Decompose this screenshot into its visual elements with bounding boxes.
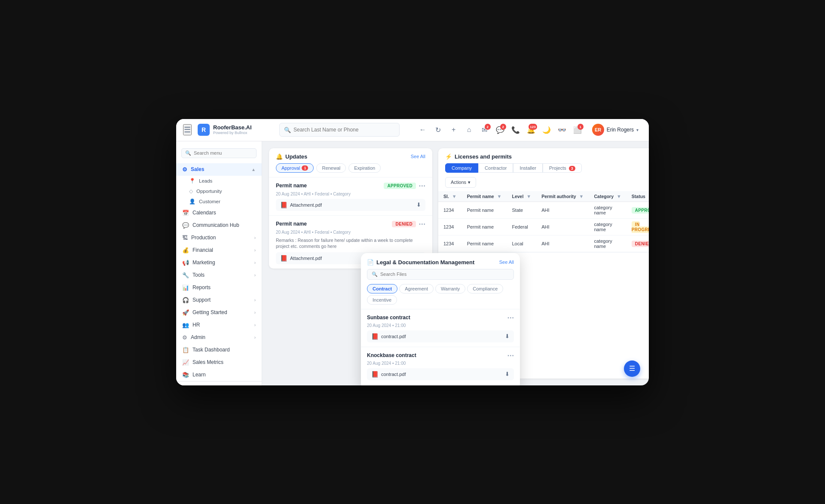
top-actions: ← ↻ + ⌂ ✉ 2 💬 2 📞 🔔 123 🌙 👓 ⬜ 1 (416, 123, 584, 137)
tab-approval[interactable]: Approval 1 (276, 163, 314, 173)
legal-search-input[interactable] (380, 272, 509, 277)
tab-compliance[interactable]: Compliance (467, 284, 503, 293)
back-button[interactable]: ← (416, 123, 430, 137)
global-search-bar[interactable]: 🔍 (279, 123, 400, 137)
search-input[interactable] (293, 127, 395, 133)
sidebar-item-reports[interactable]: 📊 Reports (176, 281, 262, 294)
sidebar-item-communication-hub[interactable]: 💬 Communication Hub (176, 219, 262, 232)
tab-contract[interactable]: Contract (367, 284, 397, 293)
permit-meta: 20 Aug 2024 • AHI • Federal • Category (276, 230, 425, 235)
sidebar-item-marketing[interactable]: 📢 Marketing › (176, 257, 262, 269)
tab-renewal[interactable]: Renewal (316, 163, 346, 173)
user-menu[interactable]: ER Erin Rogers ▾ (589, 122, 642, 137)
status-badge: DENIED (632, 241, 649, 247)
sidebar-item-hr[interactable]: 👥 HR › (176, 319, 262, 331)
legal-see-all[interactable]: See All (499, 260, 514, 265)
window-button[interactable]: ⬜ 1 (571, 123, 584, 137)
filter-icon[interactable]: ▼ (617, 194, 621, 199)
download-icon[interactable]: ⬇ (416, 202, 421, 208)
contract-menu-icon[interactable]: ⋯ (507, 351, 514, 360)
chevron-right-icon: › (254, 310, 256, 315)
tab-contractor[interactable]: Contractor (478, 163, 513, 173)
window-badge: 1 (578, 124, 584, 130)
col-permit-authority: Permit authority ▼ (536, 191, 589, 202)
sidebar-item-learn[interactable]: 📚 Learn (176, 369, 262, 381)
leads-icon: 📍 (189, 178, 196, 184)
actions-button[interactable]: Actions ▾ (445, 177, 476, 188)
sidebar-item-task-dashboard[interactable]: 📋 Task Dashboard (176, 344, 262, 356)
home-button[interactable]: ⌂ (462, 123, 476, 137)
permit-menu-icon[interactable]: ⋯ (419, 220, 425, 228)
moon-button[interactable]: 🌙 (540, 123, 553, 137)
chat-button[interactable]: 💬 2 (493, 123, 507, 137)
cell-level: Local (507, 235, 537, 252)
marketing-icon: 📢 (182, 260, 189, 266)
fab-button[interactable]: ☰ (624, 360, 640, 377)
tab-company[interactable]: Company (445, 163, 478, 173)
pdf-icon: 📕 (371, 371, 379, 378)
user-dropdown-icon: ▾ (636, 128, 639, 132)
sidebar-item-calendars[interactable]: 📅 Calendars (176, 207, 262, 219)
cell-authority: AHI (536, 218, 589, 235)
licenses-tabs: Company Contractor Installer Projects 3 (438, 163, 649, 177)
sidebar-item-label: Production (191, 235, 216, 241)
glasses-button[interactable]: 👓 (555, 123, 569, 137)
filter-icon[interactable]: ▼ (526, 194, 531, 199)
sidebar-item-label: Tools (192, 272, 205, 278)
sidebar-item-production[interactable]: 🏗 Production › (176, 232, 262, 244)
filter-icon[interactable]: ▼ (579, 194, 584, 199)
tab-projects[interactable]: Projects 3 (543, 163, 582, 173)
download-icon[interactable]: ⬇ (505, 333, 510, 339)
sidebar-item-sales[interactable]: ⚙ Sales ▲ (176, 163, 262, 176)
sidebar-item-opportunity[interactable]: ◇ Opportunity (176, 186, 262, 196)
email-button[interactable]: ✉ 2 (478, 123, 492, 137)
filter-icon[interactable]: ▼ (497, 194, 502, 199)
search-icon: 🔍 (284, 127, 291, 133)
sidebar-item-getting-started[interactable]: 🚀 Getting Started › (176, 306, 262, 319)
tab-installer[interactable]: Installer (513, 163, 543, 173)
sidebar-item-support[interactable]: 🎧 Support › (176, 294, 262, 306)
attachment-row: 📕 Attachment.pdf ⬇ (276, 199, 425, 211)
sidebar-item-leads[interactable]: 📍 Leads (176, 176, 262, 186)
contract-menu-icon[interactable]: ⋯ (507, 314, 514, 322)
hamburger-button[interactable]: ☰ (183, 124, 192, 135)
opportunity-icon: ◇ (189, 188, 193, 194)
phone-button[interactable]: 📞 (509, 123, 522, 137)
sidebar-item-label: Communication Hub (192, 222, 239, 228)
updates-card: 🔔 Updates See All Approval 1 Renewal Exp… (269, 148, 432, 269)
add-button[interactable]: + (447, 123, 461, 137)
sidebar-search-input[interactable] (194, 150, 253, 156)
tab-incentive[interactable]: Incentive (367, 295, 397, 305)
updates-icon: 🔔 (276, 153, 283, 160)
bottom-buttons: + Jared AI ✦ Config (176, 381, 262, 385)
sidebar-item-sales-metrics[interactable]: 📈 Sales Metrics (176, 356, 262, 369)
legal-card: 📄 Legal & Documentation Management See A… (361, 253, 520, 385)
sidebar-search-area[interactable]: 🔍 (176, 146, 262, 161)
contract-meta: 20 Aug 2024 • 21:00 (367, 323, 514, 328)
legal-search-area[interactable]: 🔍 (367, 269, 514, 280)
cell-status: IN PROGRESS (626, 218, 649, 235)
notifications-button[interactable]: 🔔 123 (524, 123, 538, 137)
tab-warranty[interactable]: Warranty (435, 284, 465, 293)
permit-menu-icon[interactable]: ⋯ (419, 182, 425, 190)
sales-metrics-icon: 📈 (182, 359, 189, 366)
cell-category: category name (589, 202, 626, 218)
refresh-button[interactable]: ↻ (431, 123, 445, 137)
attachment-row: 📕 contract.pdf ⬇ (367, 368, 514, 380)
tab-expiration[interactable]: Expiration (348, 163, 381, 173)
filter-icon[interactable]: ▼ (452, 194, 457, 199)
sidebar: 🔍 ⚙ Sales ▲ 📍 Leads ◇ Opportunity 👤 Cust… (176, 141, 262, 385)
updates-see-all[interactable]: See All (411, 154, 425, 159)
tab-agreement[interactable]: Agreement (399, 284, 434, 293)
filter-icon[interactable]: ▼ (648, 194, 649, 199)
sidebar-item-customer[interactable]: 👤 Customer (176, 196, 262, 207)
permit-name: Permit name (276, 221, 307, 227)
download-icon[interactable]: ⬇ (505, 371, 510, 377)
sidebar-item-financial[interactable]: 💰 Financial › (176, 244, 262, 257)
cell-level: State (507, 202, 537, 218)
cell-category: category name (589, 235, 626, 252)
permit-item: Permit name APPROVED ⋯ 20 Aug 2024 • AHI… (269, 177, 432, 215)
pdf-icon: 📕 (280, 255, 287, 262)
sidebar-item-admin[interactable]: ⚙ Admin › (176, 331, 262, 344)
sidebar-item-tools[interactable]: 🔧 Tools › (176, 269, 262, 281)
